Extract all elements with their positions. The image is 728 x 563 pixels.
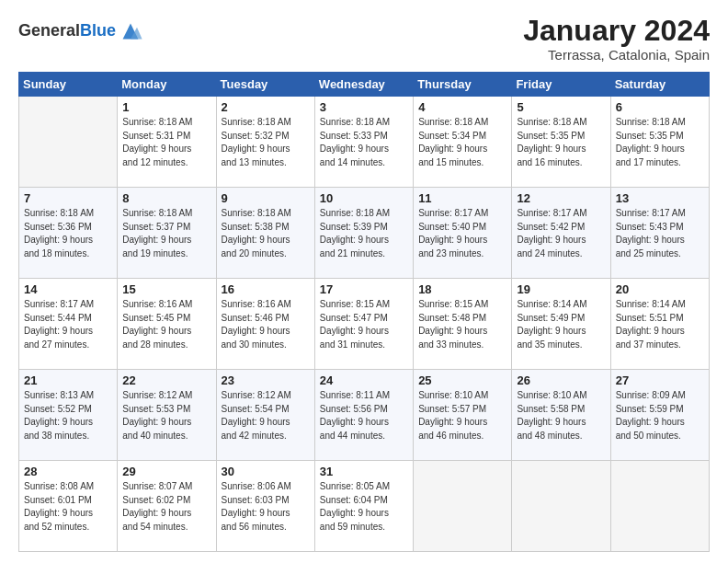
weekday-header-saturday: Saturday <box>610 73 709 97</box>
day-info: Sunrise: 8:14 AM Sunset: 5:49 PM Dayligh… <box>517 298 605 351</box>
weekday-header-sunday: Sunday <box>19 73 118 97</box>
day-info: Sunrise: 8:12 AM Sunset: 5:53 PM Dayligh… <box>122 389 210 442</box>
day-cell: 15Sunrise: 8:16 AM Sunset: 5:45 PM Dayli… <box>118 279 216 370</box>
day-cell: 30Sunrise: 8:06 AM Sunset: 6:03 PM Dayli… <box>216 461 314 552</box>
day-info: Sunrise: 8:14 AM Sunset: 5:51 PM Dayligh… <box>616 298 704 351</box>
day-info: Sunrise: 8:18 AM Sunset: 5:35 PM Dayligh… <box>517 116 605 169</box>
day-cell: 26Sunrise: 8:10 AM Sunset: 5:58 PM Dayli… <box>512 370 610 461</box>
day-number: 10 <box>320 191 408 205</box>
day-number: 11 <box>418 191 506 205</box>
day-cell: 7Sunrise: 8:18 AM Sunset: 5:36 PM Daylig… <box>19 188 118 279</box>
day-number: 19 <box>517 282 605 296</box>
day-number: 6 <box>616 100 704 114</box>
calendar-body: 1Sunrise: 8:18 AM Sunset: 5:31 PM Daylig… <box>19 97 710 552</box>
week-row-1: 1Sunrise: 8:18 AM Sunset: 5:31 PM Daylig… <box>19 97 710 188</box>
day-info: Sunrise: 8:07 AM Sunset: 6:02 PM Dayligh… <box>122 480 210 534</box>
header: GeneralBlue January 2024 Terrassa, Catal… <box>18 15 710 63</box>
day-number: 7 <box>24 191 112 205</box>
day-number: 30 <box>222 465 310 478</box>
day-cell <box>512 461 610 552</box>
day-number: 20 <box>616 282 704 296</box>
day-info: Sunrise: 8:17 AM Sunset: 5:44 PM Dayligh… <box>24 298 112 351</box>
day-cell: 17Sunrise: 8:15 AM Sunset: 5:47 PM Dayli… <box>314 279 413 370</box>
day-cell: 4Sunrise: 8:18 AM Sunset: 5:34 PM Daylig… <box>414 97 512 188</box>
day-cell <box>414 461 512 552</box>
logo-icon <box>118 18 143 44</box>
day-cell: 10Sunrise: 8:18 AM Sunset: 5:39 PM Dayli… <box>314 188 413 279</box>
day-number: 29 <box>122 465 210 478</box>
subtitle: Terrassa, Catalonia, Spain <box>523 47 710 63</box>
day-info: Sunrise: 8:15 AM Sunset: 5:48 PM Dayligh… <box>418 298 506 351</box>
day-cell: 31Sunrise: 8:05 AM Sunset: 6:04 PM Dayli… <box>314 461 413 552</box>
day-number: 13 <box>616 191 704 205</box>
day-number: 12 <box>517 191 605 205</box>
day-cell: 11Sunrise: 8:17 AM Sunset: 5:40 PM Dayli… <box>414 188 512 279</box>
day-cell: 24Sunrise: 8:11 AM Sunset: 5:56 PM Dayli… <box>314 370 413 461</box>
day-number: 16 <box>222 282 310 296</box>
day-cell: 27Sunrise: 8:09 AM Sunset: 5:59 PM Dayli… <box>610 370 709 461</box>
day-cell: 28Sunrise: 8:08 AM Sunset: 6:01 PM Dayli… <box>19 461 118 552</box>
day-cell: 16Sunrise: 8:16 AM Sunset: 5:46 PM Dayli… <box>216 279 314 370</box>
day-info: Sunrise: 8:16 AM Sunset: 5:46 PM Dayligh… <box>222 298 310 351</box>
day-number: 22 <box>122 373 210 387</box>
day-info: Sunrise: 8:18 AM Sunset: 5:31 PM Dayligh… <box>122 116 210 169</box>
day-info: Sunrise: 8:18 AM Sunset: 5:39 PM Dayligh… <box>320 207 408 260</box>
day-cell: 23Sunrise: 8:12 AM Sunset: 5:54 PM Dayli… <box>216 370 314 461</box>
day-number: 27 <box>616 373 704 387</box>
day-number: 23 <box>222 373 310 387</box>
day-info: Sunrise: 8:11 AM Sunset: 5:56 PM Dayligh… <box>320 389 408 442</box>
week-row-5: 28Sunrise: 8:08 AM Sunset: 6:01 PM Dayli… <box>19 461 710 552</box>
day-number: 24 <box>320 373 408 387</box>
day-info: Sunrise: 8:13 AM Sunset: 5:52 PM Dayligh… <box>24 389 112 442</box>
day-info: Sunrise: 8:05 AM Sunset: 6:04 PM Dayligh… <box>320 480 408 534</box>
day-number: 2 <box>222 100 310 114</box>
day-number: 3 <box>320 100 408 114</box>
calendar-header: SundayMondayTuesdayWednesdayThursdayFrid… <box>19 73 710 97</box>
logo: GeneralBlue <box>18 18 143 44</box>
day-info: Sunrise: 8:18 AM Sunset: 5:38 PM Dayligh… <box>222 207 310 260</box>
week-row-3: 14Sunrise: 8:17 AM Sunset: 5:44 PM Dayli… <box>19 279 710 370</box>
day-info: Sunrise: 8:17 AM Sunset: 5:40 PM Dayligh… <box>418 207 506 260</box>
day-info: Sunrise: 8:12 AM Sunset: 5:54 PM Dayligh… <box>222 389 310 442</box>
calendar-table: SundayMondayTuesdayWednesdayThursdayFrid… <box>18 72 710 552</box>
day-number: 4 <box>418 100 506 114</box>
day-info: Sunrise: 8:18 AM Sunset: 5:32 PM Dayligh… <box>222 116 310 169</box>
week-row-4: 21Sunrise: 8:13 AM Sunset: 5:52 PM Dayli… <box>19 370 710 461</box>
day-number: 17 <box>320 282 408 296</box>
day-number: 31 <box>320 465 408 478</box>
day-cell: 22Sunrise: 8:12 AM Sunset: 5:53 PM Dayli… <box>118 370 216 461</box>
day-number: 14 <box>24 282 112 296</box>
weekday-header-thursday: Thursday <box>414 73 512 97</box>
day-number: 18 <box>418 282 506 296</box>
day-info: Sunrise: 8:09 AM Sunset: 5:59 PM Dayligh… <box>616 389 704 442</box>
day-cell: 19Sunrise: 8:14 AM Sunset: 5:49 PM Dayli… <box>512 279 610 370</box>
day-number: 5 <box>517 100 605 114</box>
day-number: 28 <box>24 465 112 478</box>
day-info: Sunrise: 8:10 AM Sunset: 5:57 PM Dayligh… <box>418 389 506 442</box>
day-info: Sunrise: 8:16 AM Sunset: 5:45 PM Dayligh… <box>122 298 210 351</box>
day-info: Sunrise: 8:18 AM Sunset: 5:37 PM Dayligh… <box>122 207 210 260</box>
day-cell: 12Sunrise: 8:17 AM Sunset: 5:42 PM Dayli… <box>512 188 610 279</box>
day-cell: 20Sunrise: 8:14 AM Sunset: 5:51 PM Dayli… <box>610 279 709 370</box>
day-cell: 5Sunrise: 8:18 AM Sunset: 5:35 PM Daylig… <box>512 97 610 188</box>
day-cell: 21Sunrise: 8:13 AM Sunset: 5:52 PM Dayli… <box>19 370 118 461</box>
logo-blue-text: Blue <box>80 21 116 40</box>
day-cell: 25Sunrise: 8:10 AM Sunset: 5:57 PM Dayli… <box>414 370 512 461</box>
day-info: Sunrise: 8:17 AM Sunset: 5:43 PM Dayligh… <box>616 207 704 260</box>
day-cell <box>19 97 118 188</box>
day-info: Sunrise: 8:18 AM Sunset: 5:33 PM Dayligh… <box>320 116 408 169</box>
day-cell: 18Sunrise: 8:15 AM Sunset: 5:48 PM Dayli… <box>414 279 512 370</box>
day-cell: 1Sunrise: 8:18 AM Sunset: 5:31 PM Daylig… <box>118 97 216 188</box>
day-info: Sunrise: 8:08 AM Sunset: 6:01 PM Dayligh… <box>24 480 112 534</box>
title-block: January 2024 Terrassa, Catalonia, Spain <box>523 15 710 63</box>
weekday-header-tuesday: Tuesday <box>216 73 314 97</box>
page: GeneralBlue January 2024 Terrassa, Catal… <box>0 0 728 563</box>
weekday-row: SundayMondayTuesdayWednesdayThursdayFrid… <box>19 73 710 97</box>
day-cell: 13Sunrise: 8:17 AM Sunset: 5:43 PM Dayli… <box>610 188 709 279</box>
day-number: 21 <box>24 373 112 387</box>
day-number: 1 <box>122 100 210 114</box>
day-cell: 14Sunrise: 8:17 AM Sunset: 5:44 PM Dayli… <box>19 279 118 370</box>
logo-general-text: General <box>18 21 80 40</box>
day-cell: 3Sunrise: 8:18 AM Sunset: 5:33 PM Daylig… <box>314 97 413 188</box>
day-number: 26 <box>517 373 605 387</box>
